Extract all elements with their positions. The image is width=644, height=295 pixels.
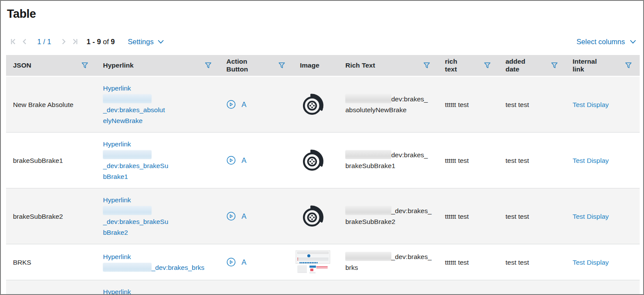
column-header-hyperlink[interactable]: Hyperlink — [96, 55, 219, 76]
table-row[interactable]: BRKS Hyperlink _dev:brakes_brks A — [6, 244, 640, 280]
redacted-text-block — [345, 150, 391, 159]
cell-added-date: test test — [499, 280, 566, 295]
cell-rich-text-2: tttttt test — [438, 244, 499, 280]
page-indicator: 1 / 1 — [37, 38, 51, 46]
column-header-richtext2[interactable]: rich text — [438, 55, 499, 76]
cell-rich-text: _dev:brakes_ brks — [338, 244, 438, 280]
table-header-row: JSON Hyperlink Action Button Image Rich … — [6, 55, 640, 76]
select-columns-dropdown[interactable]: Select columns — [576, 38, 636, 46]
first-page-button[interactable] — [8, 37, 19, 46]
redacted-text-block — [345, 252, 391, 261]
action-button[interactable] — [226, 211, 236, 221]
table-row[interactable]: brakeSubBrake1 Hyperlink _dev:brakes_bra… — [6, 132, 640, 188]
settings-dropdown[interactable]: Settings — [128, 38, 164, 46]
cell-rich-text: dev:brakes_ absolutelyNewBrake — [338, 77, 438, 132]
column-header-added[interactable]: added date — [499, 55, 566, 76]
first-page-icon — [9, 37, 18, 46]
cell-rich-text-2: tttttt test — [438, 133, 499, 188]
filter-funnel-icon[interactable] — [275, 62, 285, 69]
hyperlink-link[interactable]: Hyperlink _dev:brakes_connect edDrumBrak… — [103, 288, 167, 295]
action-button[interactable] — [226, 257, 236, 267]
cell-internal-link: Test Display — [566, 77, 640, 132]
of-label: of — [103, 38, 109, 45]
cell-rich-text-2: tttttt test — [438, 188, 499, 244]
internal-link[interactable]: Test Display — [573, 213, 609, 220]
cell-added-date: test test — [499, 77, 566, 132]
column-header-label: rich text — [445, 58, 457, 73]
row-total: 9 — [111, 38, 115, 45]
column-header-internal[interactable]: Internal link — [566, 55, 640, 76]
redacted-text-block — [345, 94, 391, 103]
cell-added-date: test test — [499, 133, 566, 188]
hyperlink-link[interactable]: Hyperlink _dev:brakes_absolut elyNewBrak… — [103, 84, 165, 124]
cell-rich-text-2: tttttt test — [438, 77, 499, 132]
action-button-label: A — [242, 155, 246, 166]
cell-hyperlink: Hyperlink _dev:brakes_brakeSu bBrake2 — [96, 188, 219, 244]
cell-internal-link: Test Display — [566, 133, 640, 188]
filter-funnel-icon[interactable] — [201, 62, 212, 69]
cell-json: New Brake Absolute — [6, 77, 96, 132]
cell-image — [293, 244, 338, 280]
internal-link[interactable]: Test Display — [573, 101, 609, 108]
cell-rich-text-2: tttttt test — [438, 280, 499, 295]
redacted-text-block — [103, 94, 151, 103]
filter-funnel-icon[interactable] — [78, 62, 88, 69]
cell-json: BRKS — [6, 244, 96, 280]
cell-rich-text: dev:brakes_ brakeSubBrake1 — [338, 133, 438, 188]
filter-funnel-icon[interactable] — [547, 62, 558, 69]
column-header-label: Hyperlink — [103, 62, 134, 69]
hyperlink-link[interactable]: Hyperlink _dev:brakes_brakeSu bBrake2 — [103, 196, 168, 236]
cell-internal-link: Test Display — [566, 244, 640, 280]
filter-funnel-icon[interactable] — [480, 62, 491, 69]
brake-disc-icon — [299, 91, 326, 118]
action-button-label: A — [242, 257, 246, 268]
column-header-action[interactable]: Action Button — [219, 55, 293, 76]
cell-added-date: test test — [499, 244, 566, 280]
action-button[interactable] — [226, 100, 236, 109]
chevron-down-icon — [630, 39, 636, 44]
column-header-json[interactable]: JSON — [6, 55, 96, 76]
previous-page-button[interactable] — [19, 37, 30, 46]
action-button-label: A — [242, 211, 246, 222]
cell-rich-text: _dev:brakes_ connectedDrumBrake — [338, 280, 438, 295]
brake-disc-icon — [299, 203, 326, 230]
cell-hyperlink: Hyperlink _dev:brakes_connect edDrumBrak… — [96, 280, 219, 295]
redacted-text-block — [103, 150, 151, 159]
filter-funnel-icon[interactable] — [621, 62, 632, 69]
column-header-richtext[interactable]: Rich Text — [338, 55, 438, 76]
internal-link[interactable]: Test Display — [573, 157, 609, 164]
hyperlink-link[interactable]: Hyperlink _dev:brakes_brks — [103, 253, 204, 271]
last-page-button[interactable] — [69, 37, 80, 46]
row-range: 1 - 9 — [87, 38, 101, 45]
row-range-label: 1 - 9 of 9 — [87, 38, 115, 46]
filter-funnel-icon[interactable] — [420, 62, 430, 69]
column-header-image[interactable]: Image — [293, 55, 338, 76]
internal-link[interactable]: Test Display — [573, 259, 609, 266]
data-table: JSON Hyperlink Action Button Image Rich … — [6, 55, 640, 295]
cell-internal-link: Test Display — [566, 188, 640, 244]
action-button-label: A — [242, 99, 246, 110]
cell-action-button: A — [219, 133, 293, 188]
column-header-label: Action Button — [226, 58, 248, 73]
cell-action-button: A — [219, 188, 293, 244]
cell-hyperlink: Hyperlink _dev:brakes_brks — [96, 244, 219, 280]
column-header-label: Rich Text — [345, 62, 375, 69]
table-body: New Brake Absolute Hyperlink _dev:brakes… — [6, 76, 640, 295]
table-row[interactable]: Connected Drum Brake Hyperlink _dev:brak… — [6, 280, 640, 295]
cell-rich-text: _dev:brakes_ brakeSubBrake2 — [338, 188, 438, 244]
table-row[interactable]: brakeSubBrake2 Hyperlink _dev:brakes_bra… — [6, 188, 640, 244]
table-row[interactable]: New Brake Absolute Hyperlink _dev:brakes… — [6, 76, 640, 132]
column-header-label: added date — [506, 58, 525, 73]
cell-image — [293, 280, 338, 295]
cell-added-date: test test — [499, 188, 566, 244]
action-button[interactable] — [226, 156, 236, 165]
cell-action-button: A — [219, 77, 293, 132]
hyperlink-link[interactable]: Hyperlink _dev:brakes_brakeSu bBrake1 — [103, 140, 168, 180]
cell-hyperlink: Hyperlink _dev:brakes_brakeSu bBrake1 — [96, 133, 219, 188]
next-page-button[interactable] — [58, 37, 69, 46]
play-circle-icon — [226, 257, 236, 267]
screenshot-thumbnail — [296, 250, 330, 274]
select-columns-label: Select columns — [576, 38, 625, 46]
cell-image — [293, 77, 338, 132]
cell-hyperlink: Hyperlink _dev:brakes_absolut elyNewBrak… — [96, 77, 219, 132]
